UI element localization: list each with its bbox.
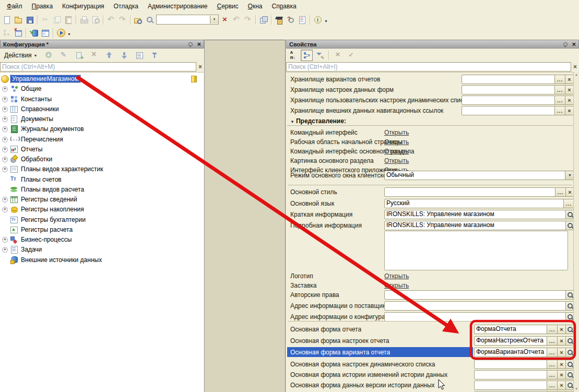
clear-button[interactable]: ×	[557, 348, 565, 357]
cut-icon[interactable]	[40, 14, 51, 26]
scroll-up-icon[interactable]: ▲	[574, 72, 579, 78]
clear-search-icon[interactable]	[219, 14, 231, 26]
menu-item-Отладка[interactable]: Отладка	[109, 1, 143, 12]
ellipsis-button[interactable]: ...	[555, 188, 565, 196]
copy-item-button[interactable]	[74, 50, 86, 61]
undo-icon[interactable]	[105, 14, 117, 26]
tree-item-configuration-root[interactable]: УправлениеМагазином	[0, 74, 204, 84]
property-field[interactable]: ФормаВариантаОтчета...×	[474, 348, 574, 357]
ellipsis-button[interactable]: ...	[547, 325, 557, 334]
menu-item-Сервис[interactable]: Сервис	[212, 1, 243, 12]
menu-item-Окна[interactable]: Окна	[243, 1, 267, 12]
save-icon[interactable]	[24, 14, 36, 26]
list-button[interactable]	[134, 50, 146, 61]
windows-icon[interactable]	[258, 14, 269, 26]
filter-settings-button[interactable]	[314, 50, 326, 61]
ellipsis-button[interactable]: ...	[554, 75, 565, 84]
templates-icon[interactable]	[297, 14, 308, 26]
combo-dropdown-icon[interactable]: ▼	[210, 16, 218, 23]
ellipsis-button[interactable]: ...	[563, 199, 574, 208]
global-search-input[interactable]	[157, 16, 210, 24]
tree-item-document-journals[interactable]: +Журналы документов	[0, 124, 204, 134]
search-button[interactable]	[565, 302, 574, 310]
ellipsis-button[interactable]: ...	[554, 86, 565, 94]
clear-button[interactable]: ×	[557, 360, 565, 369]
tree-item-constants[interactable]: +Константы	[0, 94, 204, 104]
find-icon[interactable]	[144, 14, 156, 26]
clear-button[interactable]: ×	[557, 381, 565, 389]
pin-icon[interactable]	[188, 42, 193, 46]
tree-item-business-processes[interactable]: +Бизнес-процессы	[0, 235, 204, 244]
open-link[interactable]: Открыть	[384, 157, 409, 164]
menu-item-Администрирование[interactable]: Администрирование	[143, 1, 212, 12]
search-button[interactable]	[565, 291, 574, 299]
syntax-helper-icon[interactable]	[274, 14, 285, 26]
dropdown-arrow-icon[interactable]: ▼	[565, 171, 574, 180]
property-field[interactable]: ФормаНастроекОтчета...×	[474, 336, 574, 346]
menu-item-Справка[interactable]: Справка	[267, 1, 301, 12]
ellipsis-button[interactable]: ...	[547, 360, 557, 369]
clear-search-icon[interactable]: ×	[571, 63, 579, 70]
about-icon[interactable]	[312, 14, 324, 26]
go-forward-icon[interactable]	[242, 14, 254, 26]
tree-item-calculation-registers[interactable]: Регистры расчета	[0, 225, 204, 234]
expand-icon[interactable]: +	[2, 137, 8, 142]
property-field[interactable]: ФормаОтчета...×	[474, 325, 574, 334]
search-button[interactable]	[565, 313, 574, 321]
tree-item-chart-of-calculation-types[interactable]: Планы видов расчета	[0, 185, 204, 194]
move-up-button[interactable]	[104, 50, 116, 61]
expand-icon[interactable]: +	[2, 167, 8, 172]
search-button[interactable]	[565, 371, 574, 379]
paste-icon[interactable]	[63, 14, 74, 26]
delete-button[interactable]	[89, 50, 101, 61]
ellipsis-button[interactable]: ...	[554, 106, 565, 115]
expand-icon[interactable]: +	[2, 247, 8, 253]
clear-search-icon[interactable]: ×	[196, 63, 204, 70]
client-app-interface-icon[interactable]	[40, 27, 51, 39]
close-icon[interactable]: ×	[197, 41, 201, 47]
property-field[interactable]: ...×	[474, 370, 574, 379]
property-field[interactable]: ...×	[474, 360, 574, 369]
scroll-down-icon[interactable]: ▼	[574, 386, 579, 392]
configuration-locked-icon[interactable]	[1, 27, 13, 39]
collapse-arrow-icon[interactable]: ▼	[290, 120, 294, 124]
clear-button[interactable]: ×	[557, 371, 565, 379]
edit-button[interactable]	[58, 50, 70, 61]
property-field[interactable]: IRONSKILLS: Управление магазином	[384, 210, 574, 219]
tree-item-information-registers[interactable]: +Регистры сведений	[0, 195, 204, 204]
expand-icon[interactable]: +	[2, 147, 8, 152]
tree-item-catalogs[interactable]: +Справочники	[0, 104, 204, 114]
pin-icon[interactable]	[563, 42, 568, 46]
open-link[interactable]: Открыть	[384, 138, 409, 146]
search-button[interactable]	[565, 348, 574, 357]
tree-item-tasks[interactable]: +Задачи	[0, 245, 204, 254]
sort-alphabetical-button[interactable]	[288, 50, 300, 61]
clear-button[interactable]: ×	[565, 75, 573, 84]
tree-item-chart-of-characteristic-types[interactable]: +Планы видов характеристик	[0, 164, 204, 174]
print-icon[interactable]	[78, 14, 90, 26]
ellipsis-button[interactable]: ...	[547, 371, 557, 379]
open-link[interactable]: Открыть	[384, 129, 409, 136]
tree-item-documents[interactable]: +Документы	[0, 114, 204, 124]
search-button[interactable]	[565, 210, 574, 219]
search-button[interactable]	[565, 381, 574, 389]
search-button[interactable]	[565, 221, 574, 230]
menu-item-Правка[interactable]: Правка	[27, 1, 58, 12]
expand-icon[interactable]: +	[2, 126, 8, 132]
apply-button[interactable]	[345, 50, 357, 61]
tree-item-reports[interactable]: +Отчеты	[0, 145, 204, 154]
update-database-config-icon[interactable]	[28, 27, 40, 39]
close-configuration-icon[interactable]	[13, 27, 24, 39]
property-field[interactable]: IRONSKILLS: Управление магазином	[384, 221, 574, 230]
property-field[interactable]: ...×	[474, 381, 574, 390]
actions-menu-button[interactable]: Действия ▼	[2, 51, 40, 60]
ellipsis-button[interactable]: ...	[547, 348, 557, 357]
clear-button[interactable]: ×	[565, 86, 573, 94]
property-field[interactable]: ...×	[384, 187, 574, 197]
toolbar-dropdown-caret-icon[interactable]: ▼	[324, 16, 330, 23]
ellipsis-button[interactable]: ...	[547, 337, 557, 345]
new-document-icon[interactable]	[1, 14, 13, 26]
menu-item-Файл[interactable]: Файл	[2, 1, 27, 12]
clear-button[interactable]: ×	[557, 325, 565, 334]
ellipsis-button[interactable]: ...	[547, 381, 557, 389]
